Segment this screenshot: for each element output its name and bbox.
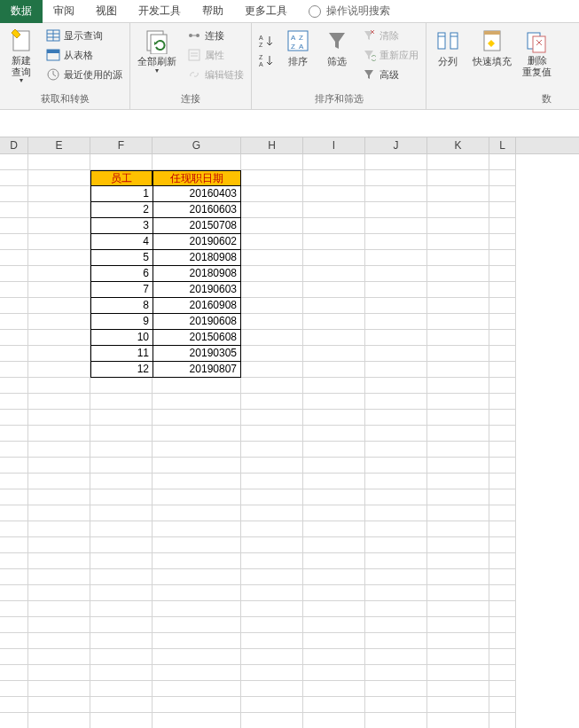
cell[interactable] bbox=[303, 665, 365, 681]
cell[interactable] bbox=[90, 154, 153, 170]
cell[interactable] bbox=[427, 649, 489, 665]
cell[interactable] bbox=[427, 521, 489, 537]
cell[interactable]: 20150708 bbox=[153, 218, 241, 234]
cell[interactable]: 3 bbox=[90, 218, 153, 234]
cell[interactable] bbox=[90, 505, 153, 521]
cell[interactable] bbox=[489, 266, 516, 282]
cell[interactable] bbox=[153, 697, 241, 713]
cell[interactable] bbox=[303, 633, 365, 649]
cell[interactable] bbox=[0, 617, 28, 633]
cell[interactable] bbox=[303, 426, 365, 442]
cell[interactable] bbox=[153, 474, 241, 489]
cell[interactable]: 20180908 bbox=[153, 250, 241, 266]
cell[interactable] bbox=[241, 601, 303, 617]
cell[interactable] bbox=[153, 617, 241, 633]
cell[interactable] bbox=[90, 442, 153, 458]
cell[interactable]: 20160603 bbox=[153, 202, 241, 218]
tab-help[interactable]: 帮助 bbox=[192, 0, 234, 23]
cell[interactable] bbox=[303, 378, 365, 394]
cell[interactable] bbox=[241, 154, 303, 170]
col-header-k[interactable]: K bbox=[427, 137, 489, 153]
cell[interactable] bbox=[0, 346, 28, 362]
cell[interactable] bbox=[489, 585, 516, 601]
cell[interactable] bbox=[28, 330, 90, 346]
cell[interactable] bbox=[489, 394, 516, 410]
cell[interactable] bbox=[90, 601, 153, 617]
cell[interactable] bbox=[365, 154, 427, 170]
cell[interactable] bbox=[365, 298, 427, 314]
cell[interactable] bbox=[365, 330, 427, 346]
cell[interactable] bbox=[0, 154, 28, 170]
cell[interactable] bbox=[153, 569, 241, 585]
flash-fill-button[interactable]: 快速填充 bbox=[469, 25, 515, 70]
cell[interactable] bbox=[0, 362, 28, 378]
cell[interactable] bbox=[365, 266, 427, 282]
cell[interactable]: 10 bbox=[90, 330, 153, 346]
cell[interactable] bbox=[241, 234, 303, 250]
cell[interactable] bbox=[427, 633, 489, 649]
cell[interactable] bbox=[28, 362, 90, 378]
cell[interactable] bbox=[365, 250, 427, 266]
cell[interactable] bbox=[365, 170, 427, 186]
cell[interactable]: 9 bbox=[90, 314, 153, 330]
cell[interactable]: 6 bbox=[90, 266, 153, 282]
col-header-d[interactable]: D bbox=[0, 137, 28, 153]
cell[interactable] bbox=[489, 282, 516, 298]
cell[interactable] bbox=[427, 362, 489, 378]
cell[interactable] bbox=[303, 505, 365, 521]
cell[interactable] bbox=[90, 633, 153, 649]
cell[interactable] bbox=[0, 569, 28, 585]
cell[interactable] bbox=[365, 553, 427, 569]
cell[interactable] bbox=[427, 505, 489, 521]
cell[interactable] bbox=[489, 474, 516, 489]
cell[interactable]: 20190603 bbox=[153, 282, 241, 298]
cell[interactable] bbox=[28, 186, 90, 202]
cell[interactable]: 8 bbox=[90, 298, 153, 314]
cell[interactable]: 12 bbox=[90, 362, 153, 378]
cell[interactable] bbox=[241, 458, 303, 474]
cell[interactable] bbox=[90, 537, 153, 553]
cell[interactable] bbox=[28, 633, 90, 649]
cell[interactable] bbox=[241, 617, 303, 633]
cell[interactable] bbox=[153, 665, 241, 681]
cell[interactable] bbox=[241, 489, 303, 505]
tab-data[interactable]: 数据 bbox=[0, 0, 43, 23]
cell[interactable] bbox=[365, 537, 427, 553]
cell[interactable] bbox=[365, 505, 427, 521]
cell[interactable] bbox=[28, 665, 90, 681]
col-header-f[interactable]: F bbox=[90, 137, 153, 153]
cell[interactable] bbox=[0, 410, 28, 426]
cell[interactable] bbox=[0, 426, 28, 442]
cell[interactable]: 20190305 bbox=[153, 346, 241, 362]
cell[interactable] bbox=[28, 170, 90, 186]
cell[interactable] bbox=[489, 713, 516, 728]
cell[interactable] bbox=[427, 713, 489, 728]
cell[interactable] bbox=[365, 585, 427, 601]
cell[interactable] bbox=[489, 298, 516, 314]
cell[interactable] bbox=[303, 298, 365, 314]
cell[interactable] bbox=[0, 474, 28, 489]
cell[interactable] bbox=[90, 713, 153, 728]
cell[interactable] bbox=[489, 665, 516, 681]
cell[interactable] bbox=[303, 474, 365, 489]
cell[interactable] bbox=[427, 266, 489, 282]
cell[interactable] bbox=[28, 298, 90, 314]
cell[interactable] bbox=[90, 617, 153, 633]
cell[interactable] bbox=[0, 314, 28, 330]
cell[interactable]: 20180908 bbox=[153, 266, 241, 282]
cell[interactable] bbox=[0, 681, 28, 697]
cell[interactable] bbox=[427, 442, 489, 458]
cell[interactable]: 2 bbox=[90, 202, 153, 218]
cell[interactable] bbox=[489, 346, 516, 362]
cell[interactable] bbox=[28, 521, 90, 537]
from-table-button[interactable]: 从表格 bbox=[43, 46, 126, 64]
cell[interactable] bbox=[241, 202, 303, 218]
cell[interactable] bbox=[241, 266, 303, 282]
cell[interactable] bbox=[241, 697, 303, 713]
cell[interactable] bbox=[365, 649, 427, 665]
cell[interactable] bbox=[28, 569, 90, 585]
cell[interactable] bbox=[365, 314, 427, 330]
cell[interactable] bbox=[427, 697, 489, 713]
cell[interactable] bbox=[489, 649, 516, 665]
cell[interactable] bbox=[0, 521, 28, 537]
